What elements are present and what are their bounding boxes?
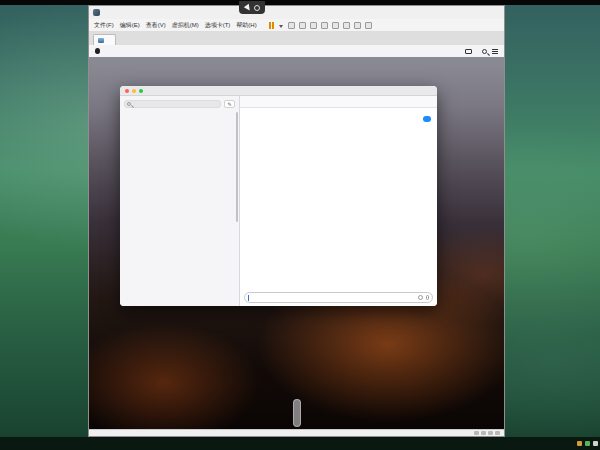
- sound-device-icon[interactable]: [495, 431, 500, 435]
- message-thread[interactable]: [240, 108, 437, 288]
- vmware-menu-item[interactable]: 帮助(H): [236, 21, 256, 30]
- vmware-statusbar: [89, 429, 504, 436]
- vmware-menu-item[interactable]: 虚拟机(M): [172, 21, 199, 30]
- vm-screen-icon: [98, 38, 104, 43]
- traffic-minimize-button[interactable]: [132, 89, 136, 93]
- conversation-header: [240, 96, 437, 108]
- dock: [293, 399, 301, 427]
- vmware-tabbar: [89, 32, 504, 45]
- windows-taskbar: [0, 437, 600, 450]
- delivery-status: [240, 122, 437, 123]
- vmware-menu-item[interactable]: 编辑(E): [120, 21, 140, 30]
- hdd-device-icon[interactable]: [474, 431, 479, 435]
- message-input[interactable]: [250, 295, 418, 301]
- list-scrollbar[interactable]: [236, 112, 238, 222]
- vmware-logo-icon: [93, 9, 100, 16]
- close-button[interactable]: [485, 7, 500, 18]
- compose-button[interactable]: ✎: [224, 100, 235, 108]
- search-input[interactable]: [134, 101, 220, 107]
- cd-device-icon[interactable]: [481, 431, 486, 435]
- vmware-menu-item[interactable]: 选项卡(T): [205, 21, 231, 30]
- vm-tab[interactable]: [93, 34, 116, 45]
- tray-icon-1[interactable]: [577, 441, 582, 446]
- tray-icon-2[interactable]: [585, 441, 590, 446]
- vm-viewport[interactable]: ✎: [89, 45, 504, 429]
- unity-mode-icon[interactable]: [365, 22, 372, 29]
- console-view-icon[interactable]: [343, 22, 350, 29]
- gear-icon[interactable]: [254, 5, 260, 11]
- search-field[interactable]: [124, 100, 221, 108]
- vmware-titlebar: [89, 6, 504, 19]
- conversation-pane: [240, 96, 437, 306]
- vmware-menu-item[interactable]: 查看(V): [146, 21, 166, 30]
- dropdown-caret[interactable]: [279, 22, 284, 29]
- vmware-grab-toolbar[interactable]: [239, 1, 265, 14]
- vmware-menu-item[interactable]: 文件(F): [94, 21, 114, 30]
- vmware-toolbar: [267, 22, 374, 29]
- emoji-icon[interactable]: [418, 295, 423, 300]
- notification-center-icon[interactable]: [492, 49, 498, 54]
- messages-titlebar[interactable]: [120, 86, 437, 96]
- vmware-menubar: 文件(F)编辑(E)查看(V)虚拟机(M)选项卡(T)帮助(H): [89, 19, 504, 32]
- snapshot-revert-icon[interactable]: [310, 22, 317, 29]
- system-tray: [574, 437, 598, 450]
- text-caret: [248, 295, 249, 301]
- cursor-icon: [243, 3, 251, 11]
- minimize-button[interactable]: [455, 7, 470, 18]
- microphone-icon[interactable]: [426, 295, 429, 300]
- show-library-icon[interactable]: [332, 22, 339, 29]
- messages-window: ✎: [120, 86, 437, 306]
- fullscreen-icon[interactable]: [354, 22, 361, 29]
- send-ctrl-alt-del-icon[interactable]: [288, 22, 295, 29]
- maximize-button[interactable]: [470, 7, 485, 18]
- spotlight-search-icon[interactable]: [482, 49, 487, 54]
- conversation-sidebar: ✎: [120, 96, 240, 306]
- conversation-list: [120, 110, 239, 306]
- traffic-zoom-button[interactable]: [139, 89, 143, 93]
- vmware-window: 文件(F)编辑(E)查看(V)虚拟机(M)选项卡(T)帮助(H): [88, 5, 505, 437]
- message-input-bar[interactable]: [244, 292, 433, 303]
- display-status-icon[interactable]: [465, 49, 472, 54]
- apple-menu-icon[interactable]: [95, 48, 100, 54]
- outgoing-message-bubble: [423, 116, 431, 122]
- macos-menubar: [89, 45, 504, 57]
- pause-button[interactable]: [269, 22, 275, 29]
- tray-icon-3[interactable]: [593, 441, 598, 446]
- search-icon: [127, 102, 131, 106]
- snapshot-manage-icon[interactable]: [321, 22, 328, 29]
- network-device-icon[interactable]: [488, 431, 493, 435]
- traffic-close-button[interactable]: [125, 89, 129, 93]
- snapshot-take-icon[interactable]: [299, 22, 306, 29]
- vm-device-icons: [474, 431, 500, 435]
